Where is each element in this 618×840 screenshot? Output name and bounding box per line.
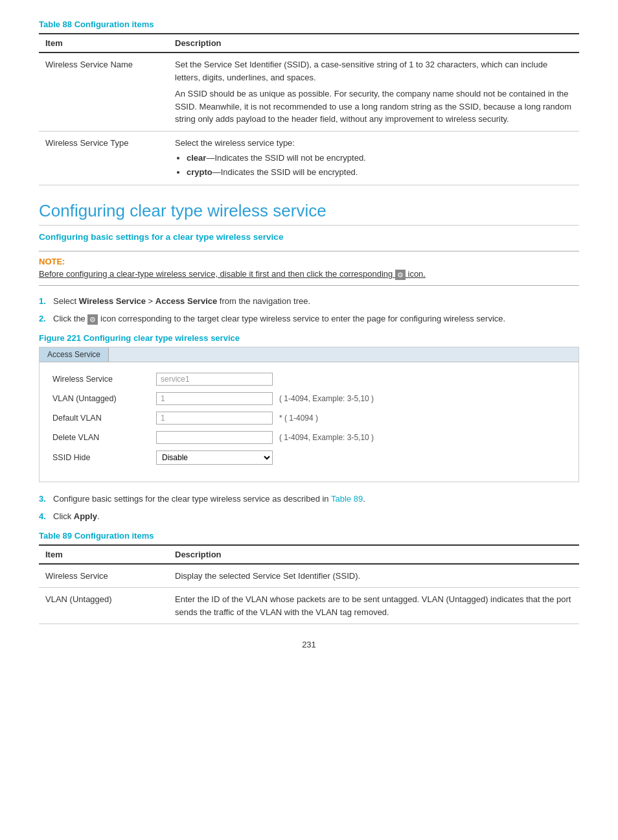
- access-service-container: Access Service Wireless Service VLAN (Un…: [39, 347, 579, 482]
- wireless-service-input[interactable]: [156, 373, 273, 386]
- table89-desc-1: Display the selected Service Set Identif…: [168, 564, 579, 588]
- table89: Item Description Wireless Service Displa…: [39, 544, 579, 625]
- table88-title: Table 88 Configuration items: [39, 19, 579, 29]
- table88-desc-2: Select the wireless service type: clear—…: [168, 131, 579, 185]
- table89-item-1: Wireless Service: [39, 564, 168, 588]
- access-service-tab[interactable]: Access Service: [40, 347, 109, 362]
- step-4: 4. Click Apply.: [39, 510, 579, 523]
- delete-vlan-input[interactable]: [156, 431, 273, 444]
- subsection-heading: Configuring basic settings for a clear t…: [39, 232, 579, 242]
- config-icon: ⚙: [395, 270, 406, 280]
- table-row: Wireless Service Name Set the Service Se…: [39, 52, 579, 131]
- section-heading: Configuring clear type wireless service: [39, 201, 579, 226]
- table89-link[interactable]: Table 89: [331, 494, 363, 504]
- step-3-text: Configure basic settings for the clear t…: [53, 493, 365, 506]
- table-row: Wireless Service Type Select the wireles…: [39, 131, 579, 185]
- step-2: 2. Click the ⚙ icon corresponding to the…: [39, 312, 579, 325]
- form-hint-delete-vlan: ( 1-4094, Example: 3-5,10 ): [279, 433, 374, 442]
- step-4-text: Click Apply.: [53, 510, 100, 523]
- table88: Item Description Wireless Service Name S…: [39, 33, 579, 185]
- form-row-delete-vlan: Delete VLAN ( 1-4094, Example: 3-5,10 ): [52, 431, 566, 444]
- form-label-ssid-hide: SSID Hide: [52, 453, 156, 462]
- table89-col-item: Item: [39, 545, 168, 564]
- table89-title: Table 89 Configuration items: [39, 531, 579, 541]
- form-label-delete-vlan: Delete VLAN: [52, 433, 156, 442]
- form-row-wireless-service: Wireless Service: [52, 373, 566, 386]
- form-row-vlan-untagged: VLAN (Untagged) ( 1-4094, Example: 3-5,1…: [52, 392, 566, 405]
- step-1: 1. Select Wireless Service > Access Serv…: [39, 295, 579, 308]
- step-3-num: 3.: [39, 493, 53, 506]
- table89-desc-2: Enter the ID of the VLAN whose packets a…: [168, 588, 579, 624]
- table88-item-1: Wireless Service Name: [39, 52, 168, 131]
- config-icon-2: ⚙: [87, 314, 98, 325]
- note-box: NOTE: Before configuring a clear-type wi…: [39, 251, 579, 286]
- note-label: NOTE:: [39, 257, 579, 266]
- table89-col-desc: Description: [168, 545, 579, 564]
- step-3: 3. Configure basic settings for the clea…: [39, 493, 579, 506]
- steps-3-4-list: 3. Configure basic settings for the clea…: [39, 493, 579, 523]
- form-area: Wireless Service VLAN (Untagged) ( 1-409…: [40, 362, 578, 482]
- ssid-hide-select[interactable]: Disable Enable: [156, 450, 273, 465]
- form-hint-default-vlan: * ( 1-4094 ): [279, 414, 318, 423]
- form-label-vlan-untagged: VLAN (Untagged): [52, 394, 156, 403]
- table88-item-2: Wireless Service Type: [39, 131, 168, 185]
- table88-col-desc: Description: [168, 34, 579, 52]
- step-4-num: 4.: [39, 510, 53, 523]
- table88-col-item: Item: [39, 34, 168, 52]
- step-2-text: Click the ⚙ icon corresponding to the ta…: [53, 312, 505, 325]
- step-2-num: 2.: [39, 312, 53, 325]
- step-1-num: 1.: [39, 295, 53, 308]
- note-text: Before configuring a clear-type wireless…: [39, 269, 579, 280]
- table89-item-2: VLAN (Untagged): [39, 588, 168, 624]
- table88-desc-1: Set the Service Set Identifier (SSID), a…: [168, 52, 579, 131]
- step-1-text: Select Wireless Service > Access Service…: [53, 295, 310, 308]
- page-number: 231: [39, 640, 579, 649]
- form-label-default-vlan: Default VLAN: [52, 414, 156, 423]
- form-row-ssid-hide: SSID Hide Disable Enable: [52, 450, 566, 465]
- default-vlan-input[interactable]: [156, 412, 273, 425]
- form-label-wireless-service: Wireless Service: [52, 375, 156, 384]
- steps-list: 1. Select Wireless Service > Access Serv…: [39, 295, 579, 325]
- form-hint-vlan-untagged: ( 1-4094, Example: 3-5,10 ): [279, 394, 374, 403]
- figure-title: Figure 221 Configuring clear type wirele…: [39, 333, 579, 343]
- form-row-default-vlan: Default VLAN * ( 1-4094 ): [52, 412, 566, 425]
- table-row: Wireless Service Display the selected Se…: [39, 564, 579, 588]
- vlan-untagged-input[interactable]: [156, 392, 273, 405]
- table-row: VLAN (Untagged) Enter the ID of the VLAN…: [39, 588, 579, 624]
